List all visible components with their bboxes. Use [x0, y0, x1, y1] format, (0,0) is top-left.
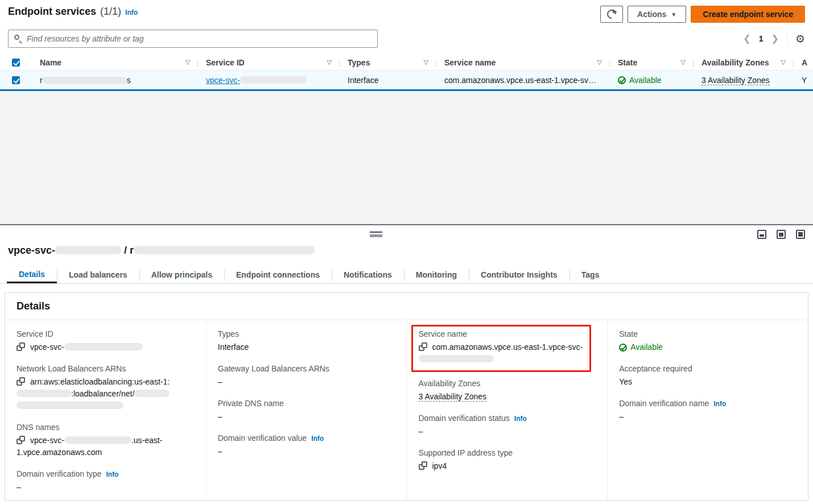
prev-page-icon[interactable]: ❮ — [743, 34, 750, 43]
availability-zones-popover-link[interactable]: 3 Availability Zones — [419, 392, 487, 402]
copy-icon[interactable] — [16, 436, 25, 444]
field-state: State Available — [619, 329, 797, 353]
info-link[interactable]: Info — [311, 435, 324, 443]
cell-types: Interface — [340, 76, 436, 85]
panel-size-medium-icon[interactable] — [777, 230, 786, 239]
info-link[interactable]: Info — [514, 415, 527, 423]
info-link[interactable]: Info — [106, 470, 118, 478]
pagination: ❮ 1 ❯ ⚙ — [743, 32, 805, 45]
actions-dropdown-button[interactable]: Actions ▼ — [628, 6, 686, 23]
search-input[interactable] — [27, 34, 372, 43]
filter-caret-icon[interactable]: ▽ — [681, 59, 686, 66]
filter-caret-icon[interactable]: ▽ — [781, 59, 786, 66]
column-header-name[interactable]: Name ▽ — [32, 58, 198, 67]
gear-icon[interactable]: ⚙ — [795, 34, 805, 44]
field-service-name: Service name com.amazonaws.vpce.us-east-… — [419, 329, 584, 365]
select-all-checkbox[interactable] — [12, 59, 20, 67]
redacted-text — [64, 343, 143, 350]
details-card-title: Details — [16, 300, 50, 312]
details-card: Details Service ID vpce-svc- Network Loa… — [5, 292, 808, 501]
row-checkbox[interactable] — [12, 76, 20, 84]
split-panel: vpce-svc- / r Details Load balancers All… — [0, 224, 813, 504]
tab-monitoring[interactable]: Monitoring — [404, 266, 469, 283]
redacted-text — [134, 246, 315, 254]
available-status-icon — [619, 344, 627, 352]
search-icon — [14, 35, 22, 43]
field-dns-names: DNS names vpce-svc-.us-east- 1.vpce.amaz… — [16, 423, 195, 458]
column-header-availability-zones[interactable]: Availability Zones ▽ — [694, 58, 794, 67]
table-row[interactable]: rs vpce-svc- Interface com.amazonaws.vpc… — [0, 71, 813, 90]
redacted-text — [240, 76, 307, 84]
tab-contributor-insights[interactable]: Contributor Insights — [469, 266, 569, 283]
filter-caret-icon[interactable]: ▽ — [185, 59, 190, 66]
details-column-4: State Available Acceptance required Yes … — [607, 320, 808, 501]
next-page-icon[interactable]: ❯ — [771, 34, 779, 43]
panel-tabs: Details Load balancers Allow principals … — [0, 266, 813, 284]
search-box[interactable] — [8, 30, 378, 48]
resource-count: (1/1) — [100, 6, 121, 18]
field-acceptance-required: Acceptance required Yes — [619, 364, 797, 388]
redacted-text — [16, 390, 71, 397]
copy-icon[interactable] — [419, 342, 427, 351]
service-name-highlight-box: Service name com.amazonaws.vpce.us-east-… — [411, 325, 591, 372]
redacted-text — [134, 390, 170, 397]
tab-details[interactable]: Details — [7, 266, 57, 283]
divider — [787, 32, 787, 45]
table-header-row: Name ▽ Service ID ▽ Types ▽ Service name… — [0, 55, 813, 71]
redacted-text — [419, 355, 494, 362]
create-endpoint-service-button[interactable]: Create endpoint service — [691, 6, 805, 23]
filter-caret-icon[interactable]: ▽ — [424, 59, 428, 66]
copy-icon[interactable] — [16, 342, 25, 351]
tab-load-balancers[interactable]: Load balancers — [57, 266, 139, 283]
column-header-state[interactable]: State ▽ — [610, 58, 694, 67]
refresh-button[interactable] — [600, 6, 623, 23]
column-header-service-name[interactable]: Service name ▽ — [436, 58, 610, 67]
tab-endpoint-connections[interactable]: Endpoint connections — [224, 266, 332, 283]
tab-tags[interactable]: Tags — [569, 266, 612, 283]
cell-acceptance: Y — [794, 76, 813, 85]
info-link[interactable]: Info — [713, 400, 726, 408]
field-domain-verification-type: Domain verification type Info – — [16, 469, 195, 493]
service-id-link[interactable]: vpce-svc- — [206, 76, 307, 85]
cell-name: rs — [32, 76, 198, 85]
table-toolbar: ❮ 1 ❯ ⚙ — [0, 23, 813, 48]
column-header-service-id[interactable]: Service ID ▽ — [198, 58, 340, 67]
column-header-types[interactable]: Types ▽ — [340, 58, 436, 67]
copy-icon[interactable] — [16, 377, 25, 386]
chevron-down-icon: ▼ — [671, 11, 676, 18]
refresh-icon — [607, 10, 616, 19]
current-page[interactable]: 1 — [759, 34, 764, 43]
tab-notifications[interactable]: Notifications — [332, 266, 404, 283]
filter-caret-icon[interactable]: ▽ — [597, 59, 602, 66]
redacted-text — [55, 246, 121, 254]
redacted-text — [16, 402, 123, 409]
field-domain-verification-status: Domain verification status Info – — [419, 414, 596, 437]
page-title: Endpoint services — [8, 6, 96, 18]
panel-size-small-icon[interactable] — [757, 230, 766, 239]
availability-zones-popover-link[interactable]: 3 Availability Zones — [701, 76, 770, 85]
panel-resize-handle[interactable] — [370, 232, 382, 237]
panel-title: vpce-svc- / r — [8, 245, 315, 257]
field-domain-verification-name: Domain verification name Info – — [619, 399, 797, 423]
details-column-3: Service name com.amazonaws.vpce.us-east-… — [407, 320, 608, 501]
field-nlb-arns: Network Load Balancers ARNs arn:aws:elas… — [16, 364, 195, 412]
tab-allow-principals[interactable]: Allow principals — [139, 266, 224, 283]
panel-size-controls — [757, 230, 805, 239]
field-glb-arns: Gateway Load Balancers ARNs – — [218, 364, 395, 388]
title-info-link[interactable]: Info — [125, 9, 138, 16]
column-header-acceptance[interactable]: A — [794, 58, 813, 67]
page-header: Endpoint services (1/1) Info Actions ▼ C… — [0, 0, 813, 23]
field-types: Types Interface — [218, 329, 395, 353]
actions-label: Actions — [637, 10, 666, 19]
redacted-text — [43, 77, 127, 84]
field-private-dns-name: Private DNS name – — [218, 399, 395, 423]
panel-size-full-icon[interactable] — [796, 230, 805, 239]
redacted-text — [64, 436, 131, 444]
cell-service-id: vpce-svc- — [198, 76, 340, 85]
copy-icon[interactable] — [419, 461, 427, 470]
cell-service-name: com.amazonaws.vpce.us-east-1.vpce-sv… — [436, 76, 610, 85]
endpoint-services-list-section: Endpoint services (1/1) Info Actions ▼ C… — [0, 0, 813, 91]
details-column-2: Types Interface Gateway Load Balancers A… — [206, 320, 407, 501]
field-domain-verification-value: Domain verification value Info – — [218, 433, 395, 457]
filter-caret-icon[interactable]: ▽ — [327, 59, 332, 66]
